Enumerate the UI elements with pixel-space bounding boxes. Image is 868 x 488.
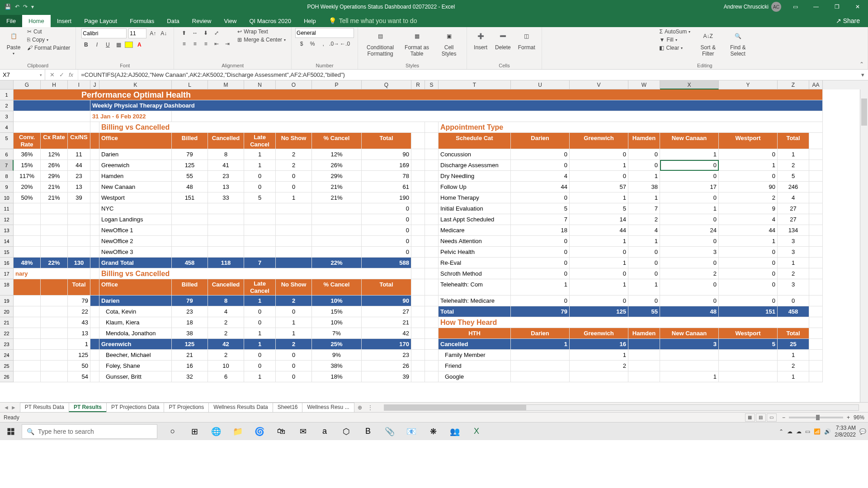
cell[interactable] <box>719 371 778 382</box>
chrome-icon[interactable]: 🌐 <box>206 422 226 441</box>
cell[interactable]: 36% <box>14 149 41 160</box>
cell[interactable]: 26 <box>362 361 411 371</box>
page-layout-view-icon[interactable]: ▤ <box>756 413 766 422</box>
cell[interactable]: 21% <box>41 182 68 192</box>
cell[interactable]: 0 <box>244 306 276 317</box>
minimize-icon[interactable]: — <box>806 0 826 14</box>
cell[interactable]: 0 <box>362 236 411 247</box>
cell[interactable] <box>90 279 99 296</box>
cell[interactable]: 4 <box>511 171 570 182</box>
cell[interactable]: 1 <box>276 192 312 203</box>
increase-indent-icon[interactable]: ⇥ <box>223 39 232 48</box>
col-header-J[interactable]: J <box>90 80 99 89</box>
cell[interactable]: 5 <box>570 203 628 214</box>
cell[interactable] <box>809 214 823 225</box>
cell[interactable]: 0 <box>244 171 276 182</box>
cell[interactable]: Westport <box>719 328 778 339</box>
cell[interactable]: 151 <box>719 306 778 317</box>
col-header-O[interactable]: O <box>276 80 312 89</box>
cell[interactable]: 55 <box>628 306 660 317</box>
cell[interactable]: 44 <box>68 160 90 171</box>
cell[interactable] <box>244 247 276 258</box>
cell[interactable]: 31 Jan - 6 Feb 2022 <box>90 111 172 122</box>
cell[interactable]: Schedule Cat <box>439 133 511 149</box>
cell[interactable]: Google <box>439 371 511 382</box>
cell[interactable]: 0 <box>660 214 719 225</box>
excel-icon[interactable]: X <box>467 422 486 441</box>
cell[interactable] <box>425 317 439 328</box>
cell[interactable]: 22% <box>312 258 362 268</box>
cell[interactable] <box>425 247 439 258</box>
cell[interactable]: 0 <box>276 371 312 382</box>
cell[interactable]: 0 <box>719 247 778 258</box>
cell[interactable]: 125 <box>172 339 208 350</box>
cell[interactable] <box>14 350 41 361</box>
row-header-13[interactable]: 13 <box>0 225 14 236</box>
cell[interactable] <box>425 296 439 306</box>
cell[interactable]: 21% <box>41 192 68 203</box>
cell[interactable]: Conv. Rate <box>14 133 41 149</box>
cell[interactable]: Cx/NS <box>68 133 90 149</box>
cell[interactable] <box>411 361 425 371</box>
cell[interactable] <box>411 182 425 192</box>
cell[interactable] <box>90 268 99 279</box>
tab-file[interactable]: File <box>0 15 22 27</box>
cell[interactable]: 0 <box>244 361 276 371</box>
row-header-15[interactable]: 15 <box>0 247 14 258</box>
cell[interactable]: 13 <box>68 328 90 339</box>
cell[interactable]: 27 <box>778 203 809 214</box>
cell[interactable]: 9% <box>312 350 362 361</box>
cell[interactable] <box>425 268 439 279</box>
restore-icon[interactable]: ❐ <box>826 0 847 14</box>
cell[interactable]: 13 <box>68 182 90 192</box>
cell[interactable] <box>425 306 439 317</box>
paste-button[interactable]: 📋 Paste ▾ <box>4 28 24 56</box>
cell[interactable]: 10% <box>312 296 362 306</box>
cell[interactable]: Home Therapy <box>439 192 511 203</box>
cell[interactable]: 22 <box>68 306 90 317</box>
cell[interactable]: 2 <box>778 361 809 371</box>
expand-formula-bar-icon[interactable]: ▾ <box>857 70 868 80</box>
cell[interactable] <box>276 225 312 236</box>
cell[interactable]: Cancelled <box>208 279 244 296</box>
normal-view-icon[interactable]: ▦ <box>745 413 755 422</box>
cell[interactable]: Total <box>362 133 411 149</box>
cells-area[interactable]: Performance Optimal HealthWeekly Physica… <box>14 89 860 402</box>
cell[interactable]: Total <box>439 306 511 317</box>
cell[interactable] <box>276 247 312 258</box>
cell[interactable] <box>90 149 99 160</box>
cell[interactable] <box>41 306 68 317</box>
cell[interactable]: 50% <box>14 192 41 203</box>
cell[interactable]: 79 <box>172 149 208 160</box>
cell[interactable]: 1 <box>719 160 778 171</box>
cell[interactable]: 90 <box>362 149 411 160</box>
cell[interactable]: 170 <box>362 339 411 350</box>
cell[interactable] <box>425 225 439 236</box>
cortana-icon[interactable]: ○ <box>163 422 183 441</box>
cell[interactable] <box>41 247 68 258</box>
cell[interactable] <box>41 203 68 214</box>
cell[interactable]: 125 <box>68 350 90 361</box>
cell[interactable] <box>809 258 823 268</box>
row-headers[interactable]: 1234567891011121314151617181920212223242… <box>0 89 14 402</box>
row-header-7[interactable]: 7 <box>0 160 14 171</box>
cell[interactable]: 55 <box>172 171 208 182</box>
cell[interactable] <box>809 247 823 258</box>
cancel-formula-icon[interactable]: ✕ <box>50 71 55 78</box>
cell[interactable]: 1 <box>778 149 809 160</box>
cell[interactable]: Foley, Shane <box>99 361 172 371</box>
decrease-decimal-icon[interactable]: ←.0 <box>340 39 349 48</box>
cell[interactable]: Gunsser, Britt <box>99 371 172 382</box>
cell[interactable] <box>425 133 439 149</box>
cell[interactable]: Last Appt Scheduled <box>439 214 511 225</box>
cell[interactable]: 0 <box>244 317 276 328</box>
bold-button[interactable]: B <box>81 40 90 49</box>
cell[interactable]: 3 <box>778 247 809 258</box>
cell[interactable]: 0 <box>570 247 628 258</box>
cell[interactable]: Late Cancel <box>244 133 276 149</box>
cell[interactable]: 17 <box>660 182 719 192</box>
row-header-25[interactable]: 25 <box>0 361 14 371</box>
onedrive-icon[interactable]: ☁ <box>787 428 793 435</box>
formula-input[interactable]: =COUNTIFS(AJ2:AJ5002,"New Canaan",AK2:AK… <box>78 70 857 80</box>
cell[interactable]: 0 <box>276 361 312 371</box>
